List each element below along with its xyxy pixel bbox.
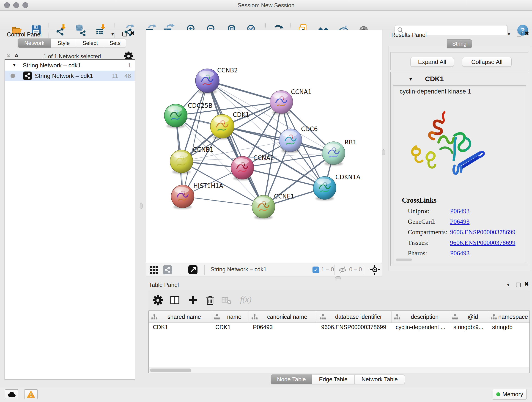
collection-label: String Network – cdk1 bbox=[23, 62, 81, 69]
pan-crosshair-icon[interactable] bbox=[369, 264, 380, 275]
node-label-CDKN1A: CDKN1A bbox=[336, 174, 360, 181]
import-network-database-button[interactable] bbox=[74, 24, 86, 37]
node-RB1[interactable] bbox=[322, 142, 345, 166]
gene-details: cyclin-dependent kinase 1 bbox=[393, 85, 526, 263]
memory-button[interactable]: Memory bbox=[493, 389, 526, 400]
column-header-name[interactable]: name bbox=[211, 311, 249, 322]
titlebar: Session: New Session bbox=[0, 0, 532, 11]
crosslink-link[interactable]: 9606.ENSP00000378699 bbox=[450, 229, 515, 236]
table-cell: cyclin-dependent ... bbox=[392, 324, 449, 331]
collapse-all-icon[interactable]: » bbox=[6, 54, 13, 58]
bottom-splitter-handle[interactable] bbox=[336, 276, 341, 279]
crosslink-row: Uniprot:P06493 bbox=[408, 206, 522, 216]
footer-separator bbox=[335, 265, 335, 275]
gene-collapse-icon[interactable]: ▼ bbox=[409, 77, 413, 82]
tab-network-table[interactable]: Network Table bbox=[355, 375, 405, 384]
panel-menu-icon[interactable]: ▼ bbox=[506, 282, 510, 287]
node-HIST1H1A[interactable] bbox=[171, 185, 194, 209]
crosslink-link[interactable]: 9606.ENSP00000378699 bbox=[450, 239, 515, 246]
tab-string[interactable]: String bbox=[447, 39, 472, 48]
table-hscrollbar[interactable] bbox=[149, 367, 530, 373]
import-table-file-button[interactable] bbox=[94, 24, 106, 37]
expand-all-button[interactable]: Expand All bbox=[410, 57, 454, 67]
right-splitter-handle[interactable] bbox=[382, 149, 385, 155]
table-row[interactable]: CDK1CDK1P064939606.ENSP00000378699cyclin… bbox=[149, 323, 530, 332]
left-splitter-handle[interactable] bbox=[140, 203, 143, 209]
crosslink-row: Tissues:9606.ENSP00000378699 bbox=[408, 237, 522, 248]
crosslink-link[interactable]: P06493 bbox=[450, 218, 470, 225]
node-label-CDC25B: CDC25B bbox=[188, 102, 212, 109]
network-collection-row[interactable]: ▼ String Network – cdk1 1 bbox=[5, 60, 135, 70]
network-row-selected[interactable]: String Network – cdk1 11 48 bbox=[5, 70, 135, 81]
tab-style[interactable]: Style bbox=[51, 38, 76, 48]
birdseye-view-icon[interactable] bbox=[188, 265, 198, 275]
node-CDKN1A[interactable] bbox=[313, 177, 336, 201]
node-label-CCNB1: CCNB1 bbox=[193, 146, 214, 153]
network-view-toolbar: String Network – cdk1 ✓ 1 – 0 0 – 0 bbox=[146, 263, 382, 276]
column-header-shared-name[interactable]: shared name bbox=[149, 311, 211, 322]
panel-menu-icon[interactable]: ▼ bbox=[110, 32, 115, 37]
table-cell: CDK1 bbox=[149, 324, 211, 331]
column-header-canonical-name[interactable]: canonical name bbox=[249, 311, 317, 322]
panel-float-icon[interactable] bbox=[122, 32, 127, 36]
tab-sets[interactable]: Sets bbox=[104, 38, 126, 48]
grid-mode-icon[interactable] bbox=[149, 266, 158, 274]
column-header-namespace[interactable]: namespace bbox=[488, 311, 530, 322]
crosslink-label: Tissues: bbox=[408, 239, 450, 246]
collapse-all-button[interactable]: Collapse All bbox=[462, 57, 512, 67]
column-header-database-identifier[interactable]: database identifier bbox=[317, 311, 392, 322]
node-CCNB1[interactable] bbox=[170, 150, 193, 174]
selected-indicator-checkbox[interactable]: ✓ bbox=[312, 267, 319, 273]
tab-network[interactable]: Network bbox=[18, 38, 51, 48]
panel-close-icon[interactable]: ✖ bbox=[525, 281, 529, 287]
panel-float-icon[interactable] bbox=[516, 283, 520, 287]
edge-HIST1H1A-CCNE1[interactable] bbox=[183, 196, 264, 207]
panel-float-icon[interactable] bbox=[517, 32, 521, 36]
node-CCNE1[interactable] bbox=[252, 195, 275, 219]
hidden-items-eye-slash-icon[interactable] bbox=[338, 265, 347, 274]
table-body: CDK1CDK1P064939606.ENSP00000378699cyclin… bbox=[149, 323, 530, 332]
node-label-CCNA2: CCNA2 bbox=[253, 154, 274, 161]
import-network-file-button[interactable] bbox=[55, 24, 67, 37]
crosslink-link[interactable]: P06493 bbox=[450, 207, 470, 215]
tab-select[interactable]: Select bbox=[76, 38, 104, 48]
string-network-icon bbox=[23, 71, 32, 80]
crosslink-row: Compartments:9606.ENSP00000378699 bbox=[408, 227, 522, 237]
table-options-gear-icon[interactable] bbox=[152, 295, 163, 306]
node-CCNA1[interactable] bbox=[270, 90, 293, 115]
node-label-HIST1H1A: HIST1H1A bbox=[193, 182, 223, 189]
footer-separator bbox=[204, 265, 205, 275]
table-panel: Table Panel ▼ ✖ f(x) shared namenamecano… bbox=[146, 279, 532, 387]
cloud-button[interactable] bbox=[5, 389, 18, 399]
tree-expand-icon[interactable]: ▼ bbox=[12, 63, 16, 68]
results-panel-title: Results Panel bbox=[391, 32, 427, 38]
table-cell: stringdb:9... bbox=[449, 324, 488, 331]
expand-all-icon[interactable]: « bbox=[13, 54, 20, 58]
panel-close-icon[interactable]: ✖ bbox=[130, 30, 134, 36]
panel-menu-icon[interactable]: ▼ bbox=[507, 32, 511, 37]
function-builder-icon-disabled: f(x) bbox=[240, 294, 252, 304]
main-toolbar: ? bbox=[0, 11, 532, 30]
network-canvas[interactable]: CCNB2CCNA1CDC25BCDK1CDC6RB1CCNB1CCNA2CDK… bbox=[146, 30, 382, 263]
panel-close-icon[interactable]: ✖ bbox=[525, 30, 529, 36]
column-header-@id[interactable]: @id bbox=[449, 311, 488, 322]
collection-count: 1 bbox=[128, 62, 131, 69]
selected-counts: 1 – 0 bbox=[321, 266, 334, 273]
edge-CCNB2-HIST1H1A[interactable] bbox=[183, 81, 207, 196]
show-columns-icon[interactable] bbox=[170, 295, 180, 306]
hscrollbar-thumb[interactable] bbox=[150, 369, 191, 372]
tab-edge-table[interactable]: Edge Table bbox=[312, 375, 355, 384]
table-cell: P06493 bbox=[249, 324, 317, 331]
node-CDK1[interactable] bbox=[210, 114, 234, 139]
inner-scrollbar-thumb[interactable] bbox=[396, 259, 412, 261]
tab-node-table[interactable]: Node Table bbox=[271, 375, 312, 384]
current-network-name: String Network – cdk1 bbox=[210, 266, 267, 273]
node-CDC25B[interactable] bbox=[164, 104, 187, 128]
add-column-icon[interactable] bbox=[188, 295, 198, 306]
control-panel-title: Control Panel bbox=[7, 31, 41, 38]
delete-column-trash-icon[interactable] bbox=[205, 295, 215, 306]
column-header-description[interactable]: description bbox=[392, 311, 449, 322]
string-view-icon[interactable] bbox=[163, 265, 172, 274]
warnings-button[interactable] bbox=[24, 389, 38, 399]
crosslink-link[interactable]: P06493 bbox=[450, 249, 470, 257]
